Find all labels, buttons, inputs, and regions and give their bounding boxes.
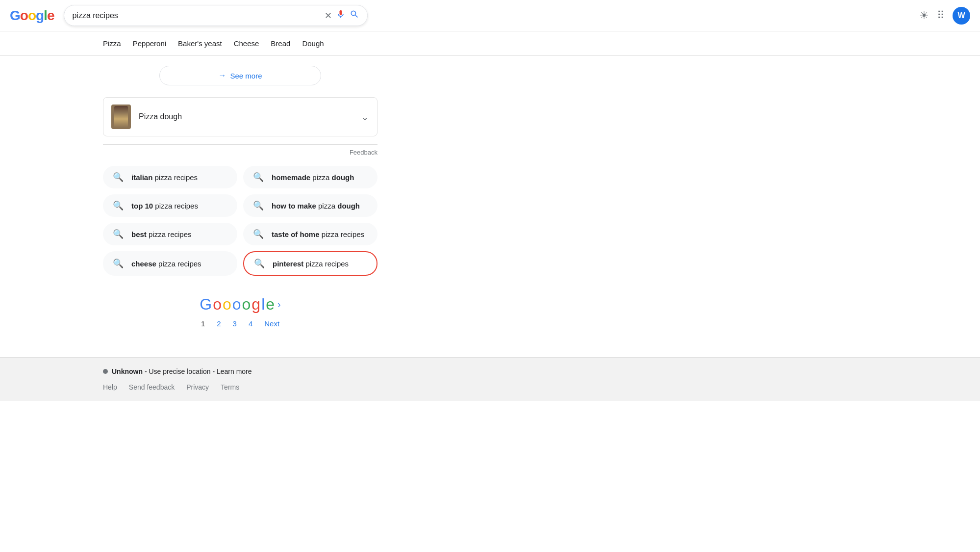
arrow-right-icon: → (218, 71, 226, 80)
chevron-down-icon: ⌄ (361, 111, 369, 123)
related-search-top10[interactable]: 🔍 top 10 pizza recipes (103, 194, 237, 217)
search-bar: pizza recipes ✕ (64, 5, 368, 26)
related-search-best[interactable]: 🔍 best pizza recipes (103, 223, 237, 245)
related-prefix: best (131, 230, 147, 238)
related-prefix: top 10 (131, 202, 153, 210)
footer-help-link[interactable]: Help (103, 383, 117, 391)
category-item-pepperoni[interactable]: Pepperoni (133, 37, 166, 50)
related-search-taste-of-home[interactable]: 🔍 taste of home pizza recipes (243, 223, 377, 245)
accordion-label: Pizza dough (139, 112, 361, 121)
category-item-bakers-yeast[interactable]: Baker's yeast (178, 37, 222, 50)
accordion-item-pizza-dough[interactable]: Pizza dough ⌄ (103, 97, 377, 136)
related-search-pinterest[interactable]: 🔍 pinterest pizza recipes (243, 251, 377, 276)
footer-privacy-link[interactable]: Privacy (186, 383, 209, 391)
theme-icon[interactable]: ☀ (919, 9, 929, 22)
mic-icon[interactable] (336, 9, 346, 22)
related-searches: 🔍 italian pizza recipes 🔍 homemade pizza… (103, 166, 377, 276)
location-text: Unknown - Use precise location - Learn m… (112, 368, 252, 375)
page-numbers: 1 2 3 4 Next (103, 319, 377, 328)
header: Google pizza recipes ✕ ☀ ⠿ W (0, 0, 980, 31)
search-icon: 🔍 (113, 258, 124, 269)
category-item-bread[interactable]: Bread (271, 37, 290, 50)
search-button[interactable] (350, 9, 359, 22)
category-bar: Pizza Pepperoni Baker's yeast Cheese Bre… (0, 31, 980, 56)
page-4[interactable]: 4 (249, 319, 252, 328)
pagination-section: Goooogle › 1 2 3 4 Next (103, 295, 377, 328)
related-search-homemade-dough[interactable]: 🔍 homemade pizza dough (243, 166, 377, 188)
pagination-logo: Goooogle › (103, 295, 377, 314)
clear-icon[interactable]: ✕ (325, 10, 332, 21)
search-icon: 🔍 (254, 258, 265, 269)
search-icon: 🔍 (253, 200, 264, 211)
related-prefix: how to make (272, 202, 316, 210)
search-icon: 🔍 (253, 229, 264, 239)
category-item-pizza[interactable]: Pizza (103, 37, 121, 50)
page-2[interactable]: 2 (217, 319, 221, 328)
page-1: 1 (201, 319, 205, 328)
related-prefix: taste of home (272, 230, 320, 238)
related-suffix: dough (337, 202, 360, 210)
see-more-button[interactable]: → See more (159, 66, 321, 85)
next-page-link[interactable]: Next (264, 319, 279, 328)
related-prefix: pinterest (273, 260, 303, 268)
footer-terms-link[interactable]: Terms (221, 383, 239, 391)
page-3[interactable]: 3 (233, 319, 237, 328)
footer-location: Unknown - Use precise location - Learn m… (103, 368, 877, 375)
search-input[interactable]: pizza recipes (72, 11, 325, 20)
footer-feedback-link[interactable]: Send feedback (129, 383, 175, 391)
accordion-thumbnail (111, 105, 131, 129)
see-more-label: See more (230, 72, 262, 80)
feedback-link[interactable]: Feedback (103, 149, 377, 156)
category-item-cheese[interactable]: Cheese (234, 37, 259, 50)
related-search-cheese[interactable]: 🔍 cheese pizza recipes (103, 251, 237, 276)
footer-links: Help Send feedback Privacy Terms (103, 383, 877, 391)
header-right: ☀ ⠿ W (919, 7, 970, 25)
search-icon: 🔍 (253, 172, 264, 183)
related-suffix: dough (332, 173, 354, 182)
search-icon: 🔍 (113, 229, 124, 239)
search-icon: 🔍 (113, 172, 124, 183)
related-search-how-to-make-dough[interactable]: 🔍 how to make pizza dough (243, 194, 377, 217)
main-content: → See more Pizza dough ⌄ Feedback 🔍 ital… (0, 56, 480, 357)
google-logo[interactable]: Google (10, 8, 54, 24)
related-prefix: cheese (131, 260, 156, 268)
related-prefix: italian (131, 173, 152, 182)
search-icon: 🔍 (113, 200, 124, 211)
footer: Unknown - Use precise location - Learn m… (0, 357, 980, 401)
related-prefix: homemade (272, 173, 310, 182)
category-item-dough[interactable]: Dough (302, 37, 324, 50)
avatar[interactable]: W (953, 7, 970, 25)
related-search-italian-pizza[interactable]: 🔍 italian pizza recipes (103, 166, 237, 188)
apps-icon[interactable]: ⠿ (937, 9, 945, 22)
location-dot-icon (103, 369, 108, 374)
divider (103, 144, 377, 145)
